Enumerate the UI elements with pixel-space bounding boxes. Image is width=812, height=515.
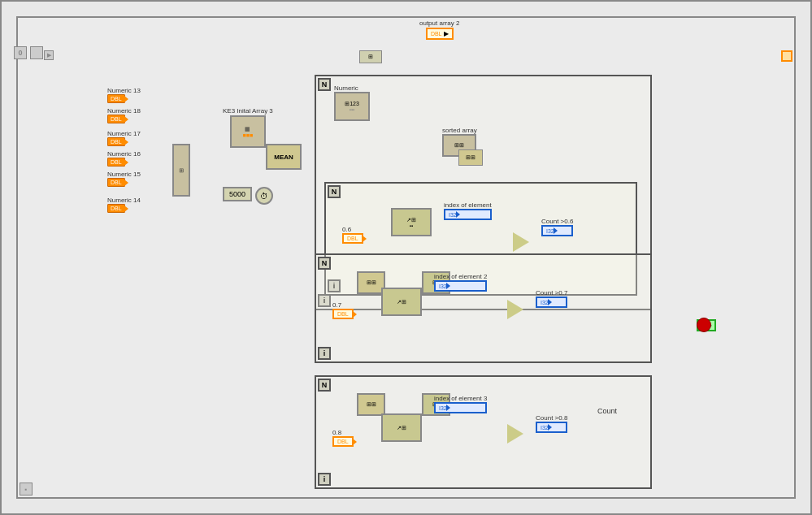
count-07-node: Count >0.7 I32	[536, 288, 567, 308]
index-elem-3-block[interactable]: I32	[434, 402, 487, 413]
output-array-2-node: output array 2 DBL ▶	[419, 19, 459, 40]
count-07-block[interactable]: I32	[536, 296, 567, 308]
count-08-node: Count >0.8 I32	[536, 413, 567, 433]
comparator-08	[507, 424, 523, 444]
top-connector: ⊞	[359, 50, 382, 63]
threshold-07-node: 0.7 DBL	[332, 300, 357, 319]
numeric-17-ctrl: Numeric 17 DBL	[107, 130, 141, 146]
corner-bl: ▪	[20, 483, 33, 496]
stop-button[interactable]	[697, 318, 711, 332]
right-anchor	[781, 50, 792, 62]
corner-tl2	[30, 46, 43, 59]
threshold-06-block[interactable]: DBL	[342, 233, 363, 244]
timer-block[interactable]: 5000	[223, 187, 252, 201]
ke3-array-block[interactable]: ▦ ■■■	[230, 115, 266, 148]
numeric-15-ctrl: Numeric 15 DBL	[107, 171, 141, 187]
numeric-18-ctrl: Numeric 18 DBL	[107, 107, 141, 123]
count-06-block[interactable]: I32	[541, 225, 573, 236]
n-label-3: N	[318, 379, 331, 392]
threshold-08-block[interactable]: DBL	[332, 436, 354, 447]
index-elem-1-block[interactable]: I32	[444, 209, 492, 220]
n-label-2: N	[318, 257, 331, 270]
index-elem-2-block[interactable]: I32	[434, 280, 487, 292]
array-block-08[interactable]: ⊞⊞	[357, 393, 385, 416]
count-08-block[interactable]: I32	[536, 422, 567, 433]
numeric-inner-node: Numeric ⊞123 ▪▪▪	[334, 83, 370, 121]
bundle-block[interactable]: ⊞	[172, 144, 190, 197]
n-label-1: N	[318, 78, 331, 91]
numeric-16-ctrl: Numeric 16 DBL	[107, 150, 141, 167]
search-func-08[interactable]: ↗⊞	[381, 413, 422, 442]
comparator-06	[513, 232, 529, 252]
corner-arrow: ▶	[44, 50, 54, 60]
index-elem-3-node: index of element 3 I32	[434, 393, 487, 413]
comparator-07	[507, 300, 523, 319]
index-elem-2-node: index of element 2 I32	[434, 271, 487, 292]
n-label-sub1: N	[328, 185, 341, 198]
numeric-inner-block[interactable]: ⊞123 ▪▪▪	[334, 92, 370, 121]
numeric-13-ctrl: Numeric 13 DBL	[107, 87, 141, 103]
mean-block[interactable]: MEAN	[266, 144, 302, 170]
threshold-07-block[interactable]: DBL	[332, 309, 354, 319]
threshold-08-node: 0.8 DBL	[332, 427, 357, 447]
output-array-2-block[interactable]: DBL ▶	[426, 28, 454, 40]
clock-icon[interactable]: ⏱	[255, 187, 273, 205]
array-size-block[interactable]: ⊞⊞	[458, 149, 483, 166]
loop-08: N i ⊞⊞ ⊞▸ 0.8 DBL ↗⊞ index of element 3	[315, 375, 652, 489]
search-func-07[interactable]: ↗⊞	[381, 288, 422, 316]
main-canvas: 0 ▶ output array 2 DBL ▶ ⊞ Numeric 13 DB…	[0, 0, 812, 515]
timer-node: 5000	[223, 187, 252, 201]
corner-tl: 0	[14, 46, 27, 59]
stop-area: stop TF▸	[697, 316, 709, 325]
ke3-array-node: KE3 Inital Array 3 ▦ ■■■	[223, 107, 273, 148]
count-detected-label: Count	[597, 407, 617, 415]
i-label-2: i	[318, 347, 331, 360]
index-elem-1-node: index of element I32	[444, 200, 492, 220]
count-06-node: Count >0.6 I32	[541, 216, 573, 236]
numeric-14-ctrl: Numeric 14 DBL	[107, 197, 141, 213]
i-label-3: i	[318, 473, 331, 486]
loop-07: N i ⊞⊞ ⊞▸ 0.7 DBL ↗⊞ index of element 2	[315, 253, 652, 363]
search-func-06[interactable]: ↗⊞ ▪▪	[391, 208, 432, 236]
threshold-06-node: 0.6 DBL	[342, 224, 367, 244]
